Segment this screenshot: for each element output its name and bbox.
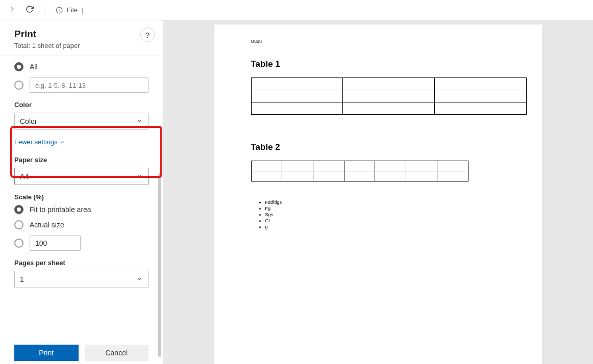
table-2	[251, 161, 468, 181]
radio-label: Fit to printable area	[30, 205, 91, 214]
chevron-down-icon	[136, 172, 143, 181]
select-value: 1	[20, 275, 24, 283]
pages-all-row[interactable]: All	[14, 62, 149, 71]
pages-per-sheet-select[interactable]: 1	[14, 271, 149, 288]
help-button[interactable]: ?	[140, 28, 155, 42]
browser-toolbar: File |	[0, 0, 593, 20]
address-scheme: File	[67, 6, 78, 14]
address-separator: |	[82, 6, 83, 14]
list-item: Gt	[265, 218, 506, 223]
bullet-list: Fddfdgs Fg Sgs Gt g	[265, 200, 506, 229]
radio-icon	[14, 220, 23, 229]
paper-size-select[interactable]: A4	[14, 168, 149, 185]
list-item: Fddfdgs	[265, 200, 506, 205]
scale-fit-row[interactable]: Fit to printable area	[14, 205, 149, 214]
fewer-settings-link[interactable]: Fewer settings	[14, 138, 66, 146]
radio-icon	[14, 239, 23, 248]
print-panel: Print Total: 1 sheet of paper ? All Colo…	[0, 20, 163, 364]
radio-label: Actual size	[30, 221, 64, 229]
radio-icon	[14, 81, 23, 90]
pages-custom-input[interactable]	[30, 77, 149, 93]
scale-actual-row[interactable]: Actual size	[14, 220, 149, 229]
info-icon	[56, 7, 63, 14]
scale-custom-row[interactable]	[14, 236, 149, 251]
list-item: g	[265, 224, 506, 229]
cancel-button[interactable]: Cancel	[85, 345, 149, 361]
preview-page: Uuuu Table 1 Table 2 Fddfdgs Fg Sgs Gt g	[214, 24, 542, 364]
color-label: Color	[14, 101, 149, 109]
panel-subtitle: Total: 1 sheet of paper	[14, 42, 153, 49]
list-item: Fg	[265, 206, 506, 211]
pages-per-sheet-label: Pages per sheet	[14, 259, 149, 267]
paper-size-label: Paper size	[14, 156, 149, 164]
chevron-down-icon	[136, 275, 143, 284]
table-1	[251, 77, 527, 115]
table-2-caption: Table 2	[251, 142, 506, 152]
panel-title: Print	[14, 29, 153, 40]
radio-label: All	[30, 63, 38, 71]
page-header-text: Uuuu	[251, 39, 506, 44]
select-value: Color	[20, 117, 37, 125]
print-preview-area: Uuuu Table 1 Table 2 Fddfdgs Fg Sgs Gt g	[163, 20, 593, 364]
list-item: Sgs	[265, 212, 506, 217]
scale-label: Scale (%)	[14, 193, 149, 201]
chevron-down-icon	[136, 117, 143, 126]
print-button[interactable]: Print	[14, 345, 79, 361]
chevron-up-icon	[60, 139, 66, 145]
nav-forward-icon[interactable]	[8, 5, 16, 15]
pages-custom-row[interactable]	[14, 77, 149, 93]
table-1-caption: Table 1	[251, 59, 506, 69]
scale-custom-input[interactable]	[30, 236, 81, 251]
refresh-icon[interactable]	[26, 5, 34, 15]
color-select[interactable]: Color	[14, 113, 149, 130]
radio-icon	[14, 62, 23, 71]
scrollbar-thumb[interactable]	[158, 173, 161, 357]
address-bar[interactable]: File |	[45, 6, 83, 14]
select-value: A4	[20, 172, 29, 180]
radio-icon	[14, 205, 23, 214]
